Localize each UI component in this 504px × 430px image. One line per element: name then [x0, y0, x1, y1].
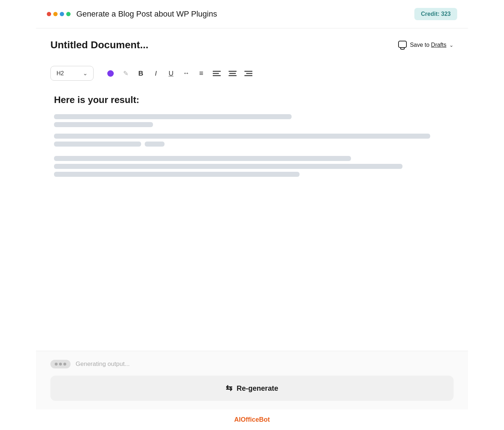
save-to-drafts-button[interactable]: Save to Drafts ⌄	[398, 40, 454, 50]
skeleton-line	[145, 142, 165, 147]
brand-name: AIOfficeBot	[234, 416, 270, 423]
typing-dot-1	[55, 363, 58, 366]
skeleton-line	[54, 142, 141, 147]
skeleton-line	[54, 122, 153, 127]
header-left: Generate a Blog Post about WP Plugins	[47, 9, 217, 19]
dot-blue	[60, 12, 64, 16]
toolbar: H2 ⌄ ✎ B I U ↔ ≡	[50, 61, 454, 86]
bold-button[interactable]: B	[134, 67, 147, 80]
page-title: Generate a Blog Post about WP Plugins	[76, 9, 217, 19]
align-right-button[interactable]	[242, 67, 255, 80]
heading-select[interactable]: H2 ⌄	[50, 66, 94, 81]
content-area: Here is your result:	[50, 94, 454, 177]
heading-select-value: H2	[57, 70, 64, 77]
app-container: Generate a Blog Post about WP Plugins Cr…	[36, 0, 468, 430]
document-area: Untitled Document... Save to Drafts ⌄ H2…	[36, 28, 468, 351]
footer: AIOfficeBot	[36, 409, 468, 430]
regenerate-button[interactable]: ⇆ Re-generate	[50, 376, 454, 401]
dot-red	[47, 12, 51, 16]
dot-orange	[53, 12, 58, 16]
skeleton-row	[54, 142, 450, 149]
save-drafts-label: Save to Drafts	[410, 42, 446, 48]
skeleton-group-2	[54, 134, 450, 149]
align-center-button[interactable]	[226, 67, 239, 80]
underline-button[interactable]: U	[165, 67, 177, 80]
typing-dots-icon	[50, 360, 71, 368]
header: Generate a Blog Post about WP Plugins Cr…	[36, 0, 468, 28]
align-left-button[interactable]	[210, 67, 224, 80]
skeleton-group-1	[54, 114, 450, 127]
bottom-area: Generating output... ⇆ Re-generate	[36, 351, 468, 409]
skeleton-line	[54, 134, 430, 139]
pencil-button[interactable]: ✎	[119, 67, 132, 80]
italic-icon: I	[155, 70, 157, 77]
generating-row: Generating output...	[50, 360, 454, 368]
dot-green	[66, 12, 71, 16]
generating-status-text: Generating output...	[76, 360, 130, 368]
document-header: Untitled Document... Save to Drafts ⌄	[50, 39, 454, 51]
align-center-icon	[229, 70, 237, 77]
skeleton-line	[54, 114, 292, 119]
list-button[interactable]: ≡	[195, 66, 208, 80]
link-icon: ↔	[183, 70, 189, 77]
link-button[interactable]: ↔	[180, 67, 193, 80]
italic-button[interactable]: I	[149, 67, 162, 80]
regenerate-icon: ⇆	[226, 384, 232, 393]
typing-dot-3	[63, 363, 66, 366]
toolbar-divider-1	[99, 69, 99, 78]
credit-badge: Credit: 323	[414, 8, 457, 20]
list-icon: ≡	[199, 69, 203, 77]
skeleton-line	[54, 156, 351, 161]
color-picker-button[interactable]	[104, 67, 117, 80]
regenerate-label: Re-generate	[237, 384, 278, 393]
skeleton-line	[54, 172, 300, 177]
align-right-icon	[244, 70, 252, 77]
underline-icon: U	[168, 70, 174, 77]
align-left-icon	[213, 70, 221, 77]
save-icon	[398, 40, 407, 50]
chevron-down-icon: ⌄	[449, 42, 454, 48]
svg-rect-0	[399, 41, 406, 48]
typing-dot-2	[59, 363, 62, 366]
bold-icon: B	[138, 70, 143, 77]
window-dots	[47, 12, 71, 16]
result-heading: Here is your result:	[54, 94, 450, 106]
color-dot-icon	[107, 70, 114, 77]
pencil-icon: ✎	[123, 70, 129, 77]
document-title: Untitled Document...	[50, 39, 148, 51]
heading-chevron-icon: ⌄	[83, 70, 87, 77]
skeleton-line	[54, 164, 402, 169]
skeleton-group-3	[54, 156, 450, 177]
